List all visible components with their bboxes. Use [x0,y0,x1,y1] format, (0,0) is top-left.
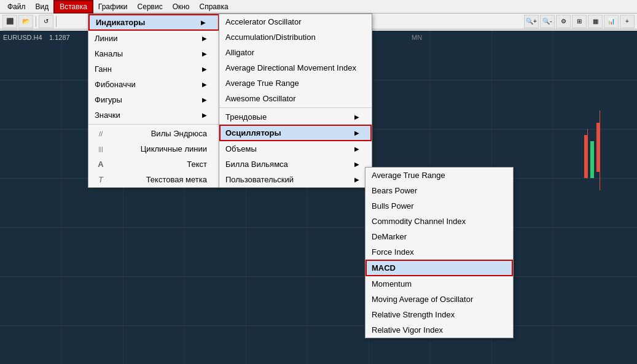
bill-williams-label: Билла Вильямса [225,160,288,169]
cci-label: Commodity Channel Index [372,217,466,226]
toolbar-new-btn[interactable]: ⬛ [2,15,17,28]
toolbar-zoom-in-btn[interactable]: 🔍+ [524,15,539,28]
toolbar-sep-2 [56,16,57,27]
admi-label: Average Directional Movement Index [225,63,356,72]
lines-arrow: ▶ [202,35,207,42]
lines-label: Линии [95,34,118,43]
indicators-arrow: ▶ [201,19,206,26]
icons-label: Значки [95,110,120,120]
cycle-lines-label: Цикличные линии [141,144,207,153]
menu-item-indicators[interactable]: Индикаторы ▶ [88,14,219,31]
volumes-label: Объемы [225,144,257,153]
menu-item-fibonacci[interactable]: Фибоначчи ▶ [88,77,219,92]
acc-osc-label: Accelerator Oscillator [225,17,302,26]
menu-item-text[interactable]: A Текст [88,157,219,172]
menu-item-bill-williams[interactable]: Билла Вильямса ▶ [219,157,372,172]
menu-item-pitchfork[interactable]: // Вилы Эндрюса [88,126,219,141]
menu-item-text-label[interactable]: T Текстовая метка [88,172,219,187]
toolbar-sep-1 [36,16,36,27]
text-label: Текст [187,160,207,169]
pitchfork-label: Вилы Эндрюса [151,129,207,138]
menu-item-acc-dist[interactable]: Accumulation/Distribution [219,29,372,45]
text-t-icon: T [95,175,107,184]
chart-price-label: 1.1287 [49,34,70,41]
menubar-service[interactable]: Сервис [133,1,168,12]
menu-item-bears-power[interactable]: Bears Power [365,183,513,198]
awesome-label: Awesome Oscillator [225,94,296,103]
indicators-submenu[interactable]: Accelerator Oscillator Accumulation/Dist… [219,14,372,188]
fibonacci-label: Фибоначчи [95,80,136,89]
indicators-label: Индикаторы [96,18,145,27]
menu-item-lines[interactable]: Линии ▶ [88,31,219,46]
menu-item-gann[interactable]: Ганн ▶ [88,61,219,77]
oscillators-label: Осцилляторы [225,128,281,137]
atr-osc-label: Average True Range [372,171,445,180]
atr-ind-label: Average True Range [225,79,299,88]
shapes-label: Фигуры [95,95,122,104]
toolbar-add-btn[interactable]: + [620,15,635,28]
rsi-label: Relative Strength Index [372,310,455,319]
insert-dropdown[interactable]: Индикаторы ▶ Линии ▶ Каналы ▶ Ганн ▶ Фиб… [88,14,220,188]
text-a-icon: A [95,160,107,169]
menu-item-atr-ind[interactable]: Average True Range [219,76,372,91]
menubar-window[interactable]: Окно [168,1,195,12]
demarker-label: DeMarker [372,232,407,241]
menubar-view[interactable]: Вид [31,1,54,12]
toolbar-zoom-out-btn[interactable]: 🔍- [540,15,555,28]
menu-item-macd[interactable]: MACD [365,260,513,276]
toolbar-refresh-btn[interactable]: ↺ [39,15,53,28]
menu-item-mao[interactable]: Moving Average of Oscillator [365,292,513,307]
chart-timeframe-label: MN [412,34,422,41]
menu-item-rsi[interactable]: Relative Strength Index [365,307,513,322]
icons-arrow: ▶ [202,112,207,118]
toolbar-history-btn[interactable]: ▦ [588,15,603,28]
fibonacci-arrow: ▶ [202,81,207,88]
menu-item-alligator[interactable]: Alligator [219,45,372,60]
menu-item-trend[interactable]: Трендовые ▶ [219,109,372,125]
menu-item-momentum[interactable]: Momentum [365,276,513,292]
gann-arrow: ▶ [202,66,207,72]
toolbar-prop-btn[interactable]: ⚙ [556,15,571,28]
menu-item-acc-osc[interactable]: Accelerator Oscillator [219,14,372,29]
menubar-charts[interactable]: Графики [93,1,133,12]
menu-item-force-index[interactable]: Force Index [365,244,513,260]
macd-label: MACD [372,263,396,273]
oscillators-submenu[interactable]: Average True Range Bears Power Bulls Pow… [365,167,514,338]
trend-arrow: ▶ [354,114,359,120]
menu-item-custom[interactable]: Пользовательский ▶ [219,172,372,187]
ind-sep-1 [219,107,372,108]
toolbar-grid-btn[interactable]: ⊞ [572,15,587,28]
toolbar-open-btn[interactable]: 📂 [18,15,33,28]
insert-sep-1 [88,124,219,125]
menu-item-awesome[interactable]: Awesome Oscillator [219,91,372,106]
menu-item-cci[interactable]: Commodity Channel Index [365,214,513,229]
menubar-file[interactable]: Файл [2,1,31,12]
menu-item-icons-insert[interactable]: Значки ▶ [88,107,219,123]
text-label-label: Текстовая метка [146,175,207,184]
custom-arrow: ▶ [354,176,359,183]
bears-power-label: Bears Power [372,186,417,195]
menu-item-cycle-lines[interactable]: ||| Цикличные линии [88,141,219,157]
menu-item-atr-osc[interactable]: Average True Range [365,168,513,183]
menubar: Файл Вид Вставка Графики Сервис Окно Спр… [0,0,637,14]
rvi-label: Relative Vigor Index [372,325,443,335]
menu-item-volumes[interactable]: Объемы ▶ [219,141,372,157]
menu-item-oscillators[interactable]: Осцилляторы ▶ [219,125,372,141]
custom-label: Пользовательский [225,175,294,184]
channels-label: Каналы [95,49,123,58]
force-index-label: Force Index [372,247,414,257]
toolbar-chart-btn[interactable]: 📊 [604,15,619,28]
menubar-insert[interactable]: Вставка [53,0,93,14]
gann-label: Ганн [95,64,112,74]
mao-label: Moving Average of Oscillator [372,295,473,304]
menubar-help[interactable]: Справка [195,1,233,12]
menu-item-admi[interactable]: Average Directional Movement Index [219,60,372,76]
menu-item-shapes[interactable]: Фигуры ▶ [88,92,219,107]
bulls-power-label: Bulls Power [372,201,414,211]
menu-item-rvi[interactable]: Relative Vigor Index [365,322,513,338]
trend-label: Трендовые [225,112,267,122]
menu-item-demarker[interactable]: DeMarker [365,229,513,244]
menu-item-channels[interactable]: Каналы ▶ [88,46,219,61]
menu-item-bulls-power[interactable]: Bulls Power [365,198,513,214]
volumes-arrow: ▶ [354,145,359,152]
